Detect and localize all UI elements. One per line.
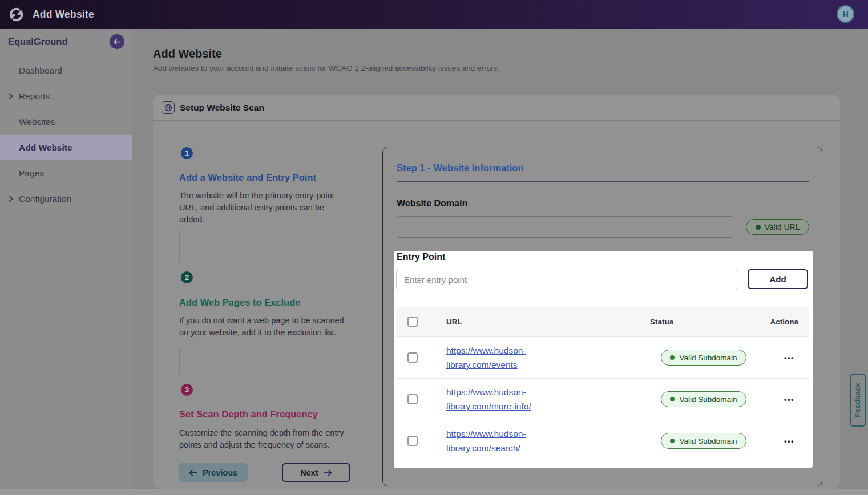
table-row: https://www.hudson-library.com/events Va… [396,336,809,378]
sidebar-item-pages[interactable]: Pages [0,160,132,186]
column-header-status: Status [650,318,673,326]
chevron-right-icon [6,194,15,203]
status-dot-icon [756,225,761,230]
entry-point-table: URL Status Actions https://www.hudson-li… [396,307,809,461]
feedback-tab[interactable]: Feedback [850,374,866,427]
entry-point-section: Entry Point Add URL Status Actions https… [394,251,813,468]
column-header-actions: Actions [770,318,798,326]
add-entry-button[interactable]: Add [748,269,808,289]
valid-url-badge: Valid URL [746,219,809,235]
setup-card-title: Setup Website Scan [180,103,264,113]
user-avatar[interactable]: H [837,5,854,23]
setup-card-header: Setup Website Scan [153,95,840,121]
status-dot-icon [670,439,675,443]
sidebar-item-reports[interactable]: Reports [0,83,132,109]
table-header: URL Status Actions [396,307,809,336]
select-all-checkbox[interactable] [407,317,418,327]
step-3-number: 3 [181,384,193,396]
sidebar-nav: Dashboard Reports Websites Add Website P… [0,55,132,212]
top-bar: Add Website H [0,0,868,29]
arrow-left-icon [189,469,197,476]
brand-logo-icon [7,6,25,23]
entry-point-input[interactable] [396,269,738,290]
sidebar-item-websites[interactable]: Websites [0,109,132,135]
sidebar-item-add-website[interactable]: Add Website [0,135,132,160]
sidebar-collapse-button[interactable] [110,34,124,49]
next-button[interactable]: Next [282,463,350,482]
status-dot-icon [670,355,675,360]
entry-url-link[interactable]: https://www.hudson-library.com/more-info… [446,385,531,413]
sidebar-header: EqualGround [0,29,132,55]
step-2-title: Add Web Pages to Exclude [179,297,300,308]
page-subtitle: Add websites to your account and initiat… [153,64,499,72]
page-title: Add Website [153,47,222,60]
app-root: Add Website H EqualGround Dashboard Repo… [0,0,868,495]
row-actions-button[interactable]: ••• [780,433,799,449]
row-checkbox[interactable] [407,436,418,446]
previous-button[interactable]: Previous [179,463,248,482]
arrow-left-icon [114,39,121,45]
entry-point-label: Entry Point [397,252,445,262]
step-1-number: 1 [181,147,193,159]
step-2-description: If you do not want a web page to be scan… [179,315,348,339]
sidebar-item-dashboard[interactable]: Dashboard [0,58,132,83]
globe-icon [162,101,175,114]
table-row: https://www.hudson-library.com/more-info… [396,378,809,420]
sidebar-item-configuration[interactable]: Configuration [0,186,132,212]
step-3-description: Customize the scanning depth from the en… [179,427,348,451]
step-connector [179,231,180,262]
valid-subdomain-badge: Valid Subdomain [661,433,746,449]
panel-divider [397,181,809,182]
column-header-url: URL [446,318,462,326]
website-domain-label: Website Domain [397,198,467,209]
step-2-number: 2 [181,271,193,283]
brand-name: EqualGround [8,36,68,47]
row-checkbox[interactable] [407,352,418,363]
chevron-right-icon [6,92,15,100]
step-3-title: Set Scan Depth and Frequency [179,409,318,420]
step-1-description: The website will be the primary entry-po… [179,190,348,226]
entry-url-link[interactable]: https://www.hudson-library.com/search/ [446,427,526,455]
arrow-right-icon [324,469,332,476]
table-row: https://www.hudson-library.com/search/ V… [396,420,809,461]
panel-heading: Step 1 - Website Information [397,163,523,173]
row-checkbox[interactable] [407,394,418,404]
horizontal-scrollbar[interactable] [0,489,868,495]
step-connector [179,347,180,375]
website-domain-input[interactable] [397,216,733,238]
valid-subdomain-badge: Valid Subdomain [661,391,746,407]
row-actions-button[interactable]: ••• [780,350,799,366]
status-dot-icon [670,397,675,401]
sidebar: EqualGround Dashboard Reports Websites A… [0,29,132,489]
valid-subdomain-badge: Valid Subdomain [661,350,746,366]
row-actions-button[interactable]: ••• [780,391,799,407]
topbar-title: Add Website [33,9,94,21]
step-1-title: Add a Website and Entry Point [179,172,316,183]
entry-url-link[interactable]: https://www.hudson-library.com/events [446,343,526,372]
